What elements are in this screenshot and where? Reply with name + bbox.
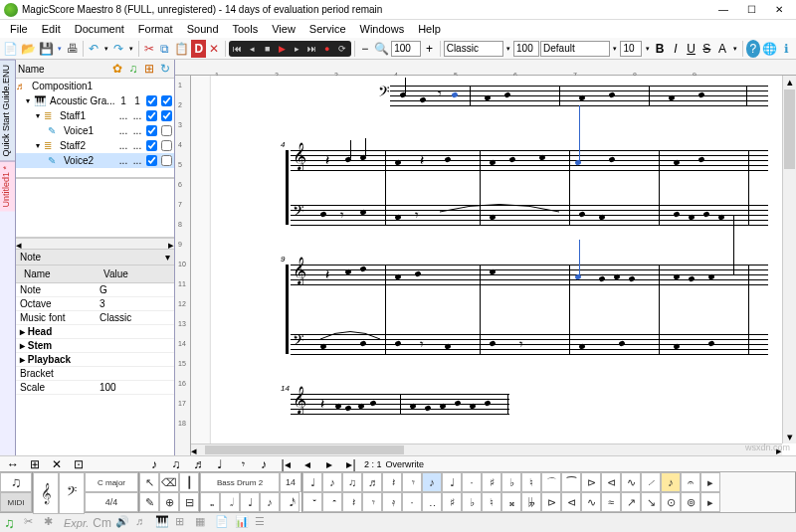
mute-check[interactable] [146,140,157,151]
dur-whole[interactable]: 𝅝 [200,492,220,512]
text-a-button[interactable]: A [715,40,730,58]
p9[interactable]: · [462,472,482,492]
tree-voice1[interactable]: ✎ Voice1 ...... [16,123,174,138]
p7[interactable]: ♪ [422,472,442,492]
save-button[interactable]: 💾 [38,40,55,58]
dur-quarter[interactable]: ♩ [240,492,260,512]
chord-cm-button[interactable]: Cm [93,516,111,530]
expr-button[interactable]: Expr. [64,517,89,529]
tool-b[interactable]: ⊕ [159,492,179,512]
p14[interactable]: ⁀ [561,472,581,492]
maximize-button[interactable]: ☐ [738,2,764,18]
font-size-input[interactable] [620,41,642,57]
menu-file[interactable]: File [4,21,34,37]
menu-windows[interactable]: Windows [354,21,411,37]
note-tool1[interactable]: ♪ [145,455,163,473]
mute-check[interactable] [146,155,157,166]
q15[interactable]: ∿ [581,492,601,512]
scissors-icon[interactable]: ✂ [24,515,40,531]
q13[interactable]: ⊳ [541,492,561,512]
undo-dropdown[interactable]: ▾ [102,40,110,58]
horizontal-scrollbar[interactable]: ◂▸ [191,443,782,455]
menu-view[interactable]: View [266,21,301,37]
p16[interactable]: ⊲ [601,472,621,492]
solo-check[interactable] [161,110,172,121]
q9[interactable]: ♭ [462,492,482,512]
zoom-input[interactable] [391,41,421,57]
score-page[interactable]: 𝄢 𝄾 4 [211,76,782,443]
save-dropdown[interactable]: ▾ [56,40,64,58]
drum-combo[interactable]: Bass Drum 2 [200,472,280,492]
piano-icon[interactable]: 🎹 [155,515,171,531]
q8[interactable]: ♯ [442,492,462,512]
p18[interactable]: ⟋ [641,472,661,492]
eraser-tool[interactable]: ⌫ [159,472,179,492]
style-dropdown[interactable]: ▾ [504,40,512,58]
collapse-icon[interactable]: ▾ [36,141,44,150]
p4[interactable]: ♬ [362,472,382,492]
q1[interactable]: 𝄻 [302,492,322,512]
prop-stem[interactable]: ▸ Stem [16,339,174,353]
end-button[interactable]: ⏭ [305,42,319,56]
nav-first[interactable]: |◂ [277,455,295,473]
mixer-icon[interactable]: ⊞ [175,515,191,531]
stop-button[interactable]: ■ [261,42,275,56]
dur-eighth[interactable]: ♪ [260,492,280,512]
note-icon[interactable]: ♫ [4,515,20,531]
nav-next[interactable]: ▸ [320,455,338,473]
q6[interactable]: · [402,492,422,512]
p21[interactable]: ▸ [700,472,720,492]
record-button[interactable]: ● [320,42,334,56]
fontsize-dropdown[interactable]: ▾ [643,40,651,58]
font-combo[interactable] [540,41,610,57]
prop-note[interactable]: NoteG [16,283,174,297]
barline-tool[interactable]: ┃ [179,472,199,492]
bass-clef-button[interactable]: 𝄢 [59,472,85,514]
rewind-button[interactable]: ⏮ [231,42,245,56]
treble-clef-button[interactable]: 𝄞 [33,472,59,514]
tab-quickstart[interactable]: Quick Start Guide.ENU [0,60,15,161]
prop-head[interactable]: ▸ Head [16,325,174,339]
tree-hscroll[interactable]: ◂▸ [16,238,174,250]
q4[interactable]: 𝄾 [362,492,382,512]
key-combo[interactable]: C major [85,472,138,492]
web-icon[interactable]: 🌐 [761,40,778,58]
midi-mode-button[interactable]: MIDI [0,492,32,512]
doc-icon[interactable]: 📄 [215,515,231,531]
tree-voice2[interactable]: ✎ Voice2 ...... [16,153,174,168]
paste-button[interactable]: 📋 [173,40,190,58]
zoom-in-button[interactable]: + [422,40,437,58]
p5[interactable]: 𝄽 [382,472,402,492]
tree-instrument[interactable]: ▾ 🎹 Acoustic Gra... 1 1 [16,93,174,108]
p19[interactable]: ♪ [661,472,681,492]
p15[interactable]: ⊳ [581,472,601,492]
tab-untitled[interactable]: Untitled1 * [0,161,15,212]
text-dropdown[interactable]: ▾ [730,40,738,58]
help-icon[interactable]: ? [746,40,761,58]
drum-num[interactable]: 14 [280,472,301,492]
p2[interactable]: ♪ [322,472,342,492]
tree-btn2-icon[interactable]: ♫ [126,62,140,76]
note-tool2[interactable]: ♫ [167,455,185,473]
nav-last[interactable]: ▸| [342,455,360,473]
p1[interactable]: ♩ [302,472,322,492]
fwd-button[interactable]: ▸ [291,42,304,56]
note-tool3[interactable]: ♬ [189,455,207,473]
q5[interactable]: 𝄿 [382,492,402,512]
menu-sound[interactable]: Sound [181,21,225,37]
solo-check[interactable] [161,140,172,151]
tree-staff1[interactable]: ▾ ≣ Staff1 ...... [16,108,174,123]
prop-musicfont[interactable]: Music fontClassic [16,311,174,325]
font-dropdown[interactable]: ▾ [611,40,619,58]
menu-format[interactable]: Format [132,21,179,37]
collapse-icon[interactable]: ▾ [36,111,44,120]
tree-staff2[interactable]: ▾ ≣ Staff2 ...... [16,138,174,153]
note-mode-button[interactable]: ♫ [0,472,32,492]
q12[interactable]: 𝄫 [521,492,541,512]
info-icon[interactable]: ℹ [779,40,794,58]
bold-button[interactable]: B [653,40,668,58]
tree-btn1-icon[interactable]: ✿ [110,62,124,76]
collapse-icon[interactable]: ▾ [26,96,34,105]
open-button[interactable]: 📂 [20,40,37,58]
p6[interactable]: 𝄾 [402,472,422,492]
